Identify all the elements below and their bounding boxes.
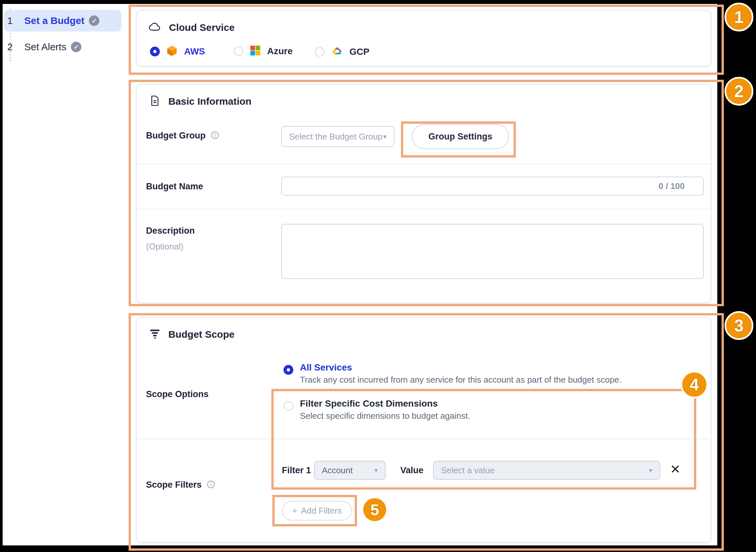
scope-options-label: Scope Options — [146, 389, 209, 399]
filter-dimension-value: Account — [322, 465, 353, 475]
aws-radio[interactable] — [150, 46, 160, 56]
row-divider — [138, 438, 710, 439]
gcp-radio[interactable] — [315, 47, 324, 57]
filter-value-select[interactable]: Select a value ▾ — [433, 461, 660, 480]
screenshot-frame: 1 Set a Budget ✓ 2 Set Alerts ✓ Cloud Se… — [0, 0, 756, 552]
cloud-option-gcp[interactable]: GCP — [315, 45, 369, 59]
sidebar-item-set-a-budget[interactable]: 1 Set a Budget ✓ — [7, 12, 100, 29]
budget-group-label-wrap: Budget Group — [146, 131, 219, 141]
description-textarea[interactable] — [281, 224, 704, 279]
step-1-label: Set a Budget — [24, 15, 84, 26]
info-icon[interactable] — [210, 131, 219, 140]
budget-group-label: Budget Group — [146, 131, 205, 140]
scope-filters-label: Scope Filters — [146, 480, 202, 490]
aws-label: AWS — [184, 46, 205, 57]
cloud-option-azure[interactable]: Azure — [234, 45, 293, 58]
cloud-option-aws[interactable]: AWS — [150, 45, 205, 58]
callout-badge-5: 5 — [361, 497, 388, 523]
row-divider — [138, 209, 710, 210]
chevron-down-icon: ▾ — [649, 466, 652, 474]
azure-radio[interactable] — [234, 46, 244, 56]
filter-dimensions-title: Filter Specific Cost Dimensions — [300, 398, 470, 409]
scope-filters-label-wrap: Scope Filters — [146, 480, 215, 490]
budget-scope-card: Budget Scope Scope Options All Services … — [136, 317, 711, 543]
budget-scope-title: Budget Scope — [168, 329, 235, 340]
remove-filter-icon[interactable]: ✕ — [670, 462, 681, 476]
callout-badge-1: 1 — [725, 3, 753, 31]
basic-information-title: Basic Information — [168, 96, 251, 107]
description-optional-label: (Optional) — [146, 242, 183, 252]
filter-dimensions-radio[interactable] — [284, 401, 293, 411]
gcp-icon — [330, 45, 343, 59]
azure-label: Azure — [267, 46, 293, 56]
document-icon — [149, 95, 161, 108]
step-2-number: 2 — [7, 41, 18, 52]
filter-value-placeholder: Select a value — [441, 465, 494, 475]
step-2-label: Set Alerts — [24, 41, 66, 52]
azure-icon — [249, 45, 261, 58]
basic-information-card: Basic Information Budget Group Select th… — [136, 84, 711, 303]
budget-group-select[interactable]: Select the Budget Group ▾ — [281, 126, 395, 147]
step-1-check-icon: ✓ — [89, 15, 100, 26]
row-divider — [138, 163, 710, 164]
budget-name-counter: 0 / 100 — [658, 181, 685, 191]
gcp-label: GCP — [349, 46, 369, 57]
step-2-check-icon: ✓ — [71, 42, 82, 52]
all-services-description: Track any cost incurred from any service… — [300, 375, 621, 385]
cloud-icon — [149, 20, 162, 35]
add-filters-button[interactable]: + Add Filters — [282, 501, 352, 521]
budget-name-label: Budget Name — [146, 181, 203, 192]
aws-icon — [166, 45, 178, 58]
all-services-title: All Services — [300, 362, 621, 373]
scope-option-filter-dimensions[interactable]: Filter Specific Cost Dimensions Select s… — [284, 398, 470, 421]
cloud-service-title: Cloud Service — [169, 22, 235, 33]
filter-1-label: Filter 1 — [282, 465, 311, 475]
chevron-down-icon: ▾ — [383, 133, 387, 140]
filter-funnel-icon — [149, 327, 161, 341]
group-settings-button[interactable]: Group Settings — [412, 124, 509, 149]
cloud-service-card: Cloud Service AWS — [136, 10, 711, 66]
step-1-number: 1 — [7, 15, 18, 26]
all-services-radio[interactable] — [284, 365, 293, 375]
sidebar-item-set-alerts[interactable]: 2 Set Alerts ✓ — [7, 38, 82, 56]
callout-badge-4: 4 — [681, 371, 708, 398]
filter-dimension-select[interactable]: Account ▾ — [314, 461, 386, 480]
filter-dimensions-description: Select specific dimensions to budget aga… — [300, 411, 470, 421]
description-label: Description — [146, 226, 195, 236]
budget-group-placeholder: Select the Budget Group — [289, 132, 383, 142]
scope-option-all-services[interactable]: All Services Track any cost incurred fro… — [284, 362, 621, 385]
chevron-down-icon: ▾ — [374, 466, 378, 474]
plus-icon: + — [292, 506, 297, 516]
info-icon[interactable] — [206, 480, 215, 489]
budget-name-input[interactable] — [281, 176, 704, 195]
callout-badge-3: 3 — [725, 311, 753, 340]
value-label: Value — [400, 465, 424, 475]
callout-badge-2: 2 — [725, 77, 753, 106]
add-filters-label: Add Filters — [301, 506, 341, 516]
